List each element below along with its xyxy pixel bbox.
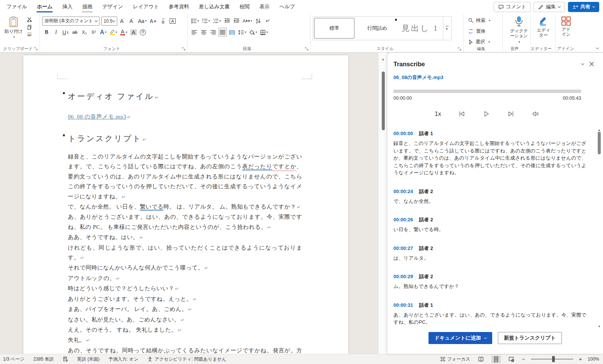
play-icon[interactable] (483, 110, 490, 117)
show-formatting-marks-button[interactable]: ↵ (263, 16, 272, 26)
superscript-button[interactable]: X² (89, 27, 98, 37)
zoom-slider[interactable] (531, 359, 573, 359)
transcript-entry[interactable]: 00:00:29話者 2 ム。熟知もできるんですか？ (393, 273, 586, 290)
character-scaling-button[interactable]: A (242, 16, 253, 26)
subscript-button[interactable]: X₂ (80, 27, 89, 37)
document-scrollbar[interactable] (378, 53, 387, 354)
new-transcript-button[interactable]: 新規トランスクリプト (498, 332, 562, 344)
multilevel-list-button[interactable] (212, 16, 222, 26)
grow-font-button[interactable]: Aˆ (118, 16, 127, 26)
entry-text[interactable]: で、なんか全然。 (393, 198, 586, 205)
audio-progress-bar[interactable] (393, 90, 581, 93)
cut-icon[interactable] (27, 17, 32, 22)
increase-indent-button[interactable] (232, 16, 241, 26)
zoom-level[interactable]: 100% (588, 356, 599, 362)
tab-review[interactable]: 校閲 (234, 0, 254, 14)
read-mode-button[interactable] (476, 355, 486, 363)
skip-forward-icon[interactable] (507, 110, 514, 117)
styles-gallery-more-button[interactable] (443, 17, 450, 40)
align-right-button[interactable] (209, 27, 217, 37)
word-count[interactable]: 2385 単語 (34, 356, 54, 362)
transcript-entry[interactable]: 00:00:24話者 2 で、なんか全然。 (393, 188, 586, 205)
transcript-list[interactable]: 00:00:00話者 1 録音と、このリアルタイムの文字起こしを開始するっていう… (387, 126, 603, 330)
tab-home[interactable]: ホーム (32, 0, 57, 14)
tab-file[interactable]: ファイル (2, 0, 32, 14)
dialog-launcher-icon[interactable] (458, 47, 462, 51)
editor-button[interactable]: エディター (533, 16, 554, 46)
entry-timestamp[interactable]: 00:00:27 (393, 245, 413, 251)
entry-text[interactable]: ム。熟知もできるんですか？ (393, 283, 586, 290)
align-left-button[interactable] (190, 27, 199, 37)
strikethrough-button[interactable]: ab (70, 27, 79, 37)
line-spacing-button[interactable] (237, 27, 247, 37)
share-button[interactable]: 共有 (568, 2, 599, 12)
format-painter-icon[interactable] (27, 32, 32, 37)
scroll-up-arrow-icon[interactable] (379, 55, 387, 62)
transcript-entry[interactable]: 00:00:31話者 1 あ、ありがとうございます。はい、あの、できるようになっ… (393, 302, 586, 326)
volume-icon[interactable] (532, 110, 540, 117)
document-scrollbar-thumb[interactable] (382, 72, 385, 130)
entry-text[interactable]: 録音と、このリアルタイムの文字起こしを開始するっていうようなバージョンがございま… (393, 140, 586, 177)
numbering-button[interactable] (201, 16, 211, 26)
dialog-launcher-icon[interactable] (182, 47, 186, 51)
addins-button[interactable]: アドイン (558, 16, 574, 46)
style-heading1[interactable]: 見出し 1 (400, 18, 441, 39)
highlight-color-button[interactable] (109, 27, 118, 37)
transcript-scrollbar-thumb[interactable] (598, 132, 601, 154)
web-layout-button[interactable] (507, 355, 516, 363)
entry-timestamp[interactable]: 00:00:00 (393, 131, 413, 136)
audio-file-link[interactable]: 06_08 の音声メモ.mp3 (68, 114, 126, 120)
copy-icon[interactable] (27, 24, 32, 30)
select-button[interactable]: 選択 (468, 38, 490, 46)
borders-button[interactable] (259, 27, 269, 37)
tab-insert[interactable]: 挿入 (57, 0, 77, 14)
underline-button[interactable]: U (61, 27, 70, 37)
shading-button[interactable] (248, 27, 258, 37)
transcript-entry[interactable]: 00:00:00話者 1 録音と、このリアルタイムの文字起こしを開始するっていう… (393, 130, 586, 177)
dictation-button[interactable]: ディクテーション (505, 16, 533, 46)
text-effects-button[interactable]: A (99, 27, 108, 37)
page-indicator[interactable]: 1/3 ページ (3, 356, 24, 362)
distributed-button[interactable] (228, 27, 236, 37)
dialog-launcher-icon[interactable] (34, 47, 38, 51)
enclose-characters-button[interactable]: 字 (139, 27, 147, 37)
collapse-ribbon-icon[interactable] (596, 46, 599, 49)
character-border-button[interactable]: A (168, 16, 177, 26)
font-name-select[interactable]: 游明朝 (本文のフォント (42, 17, 99, 26)
decrease-indent-button[interactable] (223, 16, 231, 26)
zoom-out-button[interactable]: − (522, 357, 525, 361)
scroll-down-arrow-icon[interactable] (597, 322, 602, 329)
tab-design[interactable]: デザイン (97, 0, 128, 14)
proofing-status-icon[interactable] (63, 356, 68, 362)
playback-speed-button[interactable]: 1x (435, 111, 441, 117)
tab-help[interactable]: ヘルプ (274, 0, 300, 14)
character-shading-button[interactable]: A (129, 27, 138, 37)
tab-draw[interactable]: 描画 (77, 0, 97, 14)
focus-mode-button[interactable]: フォーカス (440, 356, 470, 362)
tab-layout[interactable]: レイアウト (128, 0, 164, 14)
phonetic-guide-button[interactable]: ア亜 (159, 16, 167, 26)
zoom-in-button[interactable]: + (579, 357, 582, 361)
font-color-button[interactable]: A (119, 27, 129, 37)
editing-mode-button[interactable]: 編集 (534, 2, 565, 12)
bullets-button[interactable] (190, 16, 200, 26)
font-size-select[interactable]: 10.5 (101, 17, 117, 26)
paste-button[interactable]: 貼り付け (2, 16, 25, 46)
panel-collapse-button[interactable] (578, 59, 587, 69)
entry-timestamp[interactable]: 00:00:26 (393, 217, 413, 222)
entry-timestamp[interactable]: 00:00:24 (393, 189, 413, 194)
clear-formatting-button[interactable]: A (148, 16, 158, 26)
entry-text[interactable]: い日を、繋いでる時。 (393, 226, 586, 233)
change-case-button[interactable]: Aa (137, 16, 148, 26)
italic-button[interactable]: I (52, 27, 60, 37)
document-area[interactable]: オーディオ ファイル↵ 06_08 の音声メモ.mp3↵ トランスクリプト↵ 録… (0, 53, 378, 354)
replace-button[interactable]: 置換 (468, 27, 490, 36)
sort-button[interactable]: AZ (254, 16, 263, 26)
audio-file-link-panel[interactable]: 06_08の音声メモ.mp3 (393, 74, 443, 81)
transcript-scrollbar[interactable] (597, 126, 602, 329)
zoom-slider-thumb[interactable] (552, 356, 555, 362)
entry-timestamp[interactable]: 00:00:31 (393, 302, 413, 308)
comments-button[interactable]: コメント (494, 2, 531, 12)
bold-button[interactable]: B (42, 27, 51, 37)
entry-text[interactable]: あ、ありがとうございます。はい、あの、できるようになっております。今、実際ですね… (393, 311, 586, 326)
